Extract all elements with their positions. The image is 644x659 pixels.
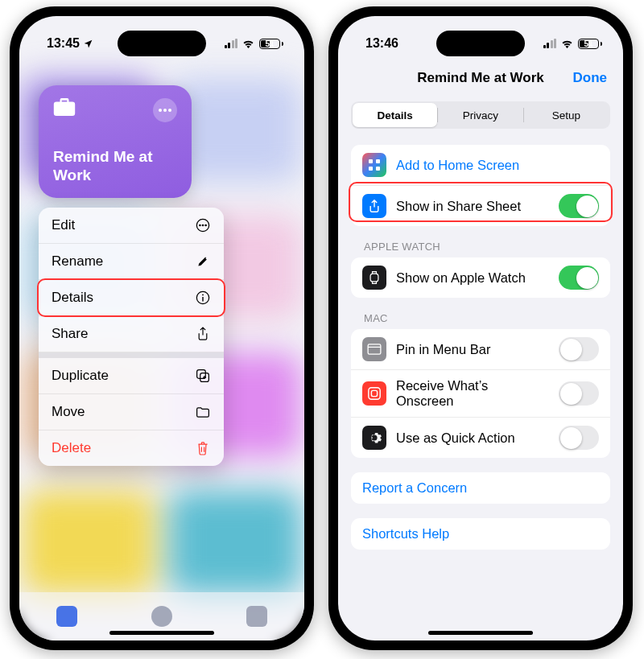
phone-left: 13:45 51 xyxy=(10,6,314,650)
help-label: Shortcuts Help xyxy=(362,526,599,542)
menu-move[interactable]: Move xyxy=(39,394,224,430)
watch-label: Show on Apple Watch xyxy=(396,270,549,286)
toggle-pin-menu[interactable] xyxy=(559,337,599,361)
svg-point-1 xyxy=(163,109,167,112)
pencil-icon xyxy=(195,253,211,270)
svg-rect-17 xyxy=(369,388,380,399)
svg-rect-18 xyxy=(371,390,377,396)
briefcase-icon xyxy=(53,98,76,116)
wifi-icon xyxy=(242,39,255,48)
report-label: Report a Concern xyxy=(362,480,599,496)
menu-delete[interactable]: Delete xyxy=(39,430,224,466)
menu-edit[interactable]: Edit xyxy=(39,208,224,244)
svg-rect-15 xyxy=(370,274,378,282)
svg-point-6 xyxy=(205,224,206,225)
svg-rect-14 xyxy=(376,167,380,171)
battery-indicator: 51 xyxy=(578,39,602,49)
add-home-label: Add to Home Screen xyxy=(396,158,599,173)
signal-icon xyxy=(225,39,238,48)
home-screen-icon xyxy=(362,153,386,177)
tab-gallery-icon[interactable] xyxy=(246,606,267,627)
row-pin-menu[interactable]: Pin in Menu Bar xyxy=(351,329,610,370)
location-icon xyxy=(83,39,93,49)
svg-rect-16 xyxy=(368,344,381,354)
apple-watch-icon xyxy=(362,266,386,290)
tab-automation-icon[interactable] xyxy=(151,606,172,627)
nav-bar: Remind Me at Work Done xyxy=(338,60,623,97)
home-indicator xyxy=(109,631,214,635)
svg-rect-11 xyxy=(369,159,373,163)
menu-share[interactable]: Share xyxy=(39,316,224,352)
row-quick-action[interactable]: Use as Quick Action xyxy=(351,418,610,458)
clock: 13:45 xyxy=(47,36,80,51)
quick-action-label: Use as Quick Action xyxy=(396,430,549,446)
more-button[interactable] xyxy=(153,98,177,122)
gear-icon xyxy=(362,426,386,450)
pin-menu-label: Pin in Menu Bar xyxy=(396,342,549,357)
phone-right: 13:46 51 Remind Me at Work Done Details … xyxy=(328,6,633,650)
svg-point-5 xyxy=(202,224,203,225)
wifi-icon xyxy=(560,39,574,48)
signal-icon xyxy=(543,39,557,48)
menu-duplicate[interactable]: Duplicate xyxy=(39,358,224,394)
toggle-receive-onscreen[interactable] xyxy=(559,381,599,406)
row-report-concern[interactable]: Report a Concern xyxy=(351,472,610,504)
svg-point-4 xyxy=(200,224,200,225)
annotation-highlight-share-sheet xyxy=(349,182,613,222)
page-title: Remind Me at Work xyxy=(417,70,543,86)
section-mac-header: Mac xyxy=(351,312,610,329)
tab-details[interactable]: Details xyxy=(353,103,437,127)
toggle-quick-action[interactable] xyxy=(559,426,599,450)
row-apple-watch[interactable]: Show on Apple Watch xyxy=(351,257,610,298)
toggle-apple-watch[interactable] xyxy=(559,266,599,290)
section-watch-header: Apple Watch xyxy=(351,241,610,257)
dynamic-island xyxy=(436,31,525,56)
tab-privacy[interactable]: Privacy xyxy=(438,103,522,127)
done-button[interactable]: Done xyxy=(573,70,608,86)
svg-point-0 xyxy=(159,109,162,112)
dynamic-island xyxy=(118,31,206,56)
shortcut-card[interactable]: Remind Me at Work xyxy=(39,85,192,198)
svg-rect-12 xyxy=(376,159,380,163)
svg-point-2 xyxy=(168,109,171,112)
svg-rect-13 xyxy=(369,167,373,171)
tab-shortcuts-icon[interactable] xyxy=(56,606,77,627)
folder-icon xyxy=(195,404,211,420)
context-menu: Edit Rename Details Share Duplicate Mo xyxy=(39,208,224,466)
row-add-home[interactable]: Add to Home Screen xyxy=(351,145,610,186)
clock: 13:46 xyxy=(365,36,398,51)
shortcut-title: Remind Me at Work xyxy=(53,148,177,185)
menu-bar-icon xyxy=(362,337,386,361)
row-shortcuts-help[interactable]: Shortcuts Help xyxy=(351,518,610,550)
share-icon xyxy=(195,326,211,342)
battery-indicator: 51 xyxy=(259,39,283,49)
home-indicator xyxy=(428,631,533,635)
ellipsis-icon xyxy=(159,109,171,112)
menu-rename[interactable]: Rename xyxy=(39,244,224,280)
trash-icon xyxy=(195,440,211,456)
ellipsis-circle-icon xyxy=(195,217,211,233)
duplicate-icon xyxy=(195,368,211,384)
row-receive-onscreen[interactable]: Receive What’s Onscreen xyxy=(351,370,610,418)
onscreen-icon xyxy=(362,381,386,406)
tab-setup[interactable]: Setup xyxy=(524,103,609,127)
segmented-control[interactable]: Details Privacy Setup xyxy=(351,101,610,129)
annotation-highlight-details xyxy=(37,278,225,317)
receive-onscreen-label: Receive What’s Onscreen xyxy=(396,378,549,409)
